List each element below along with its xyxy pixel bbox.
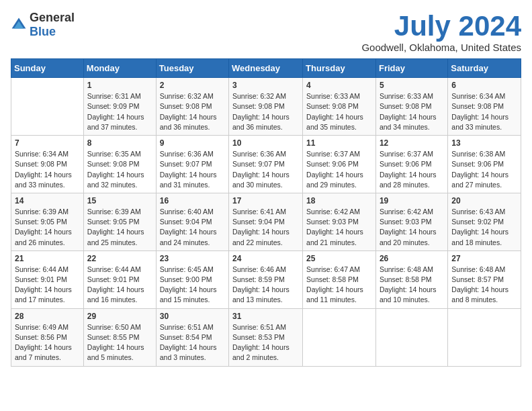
calendar-cell: 7Sunrise: 6:34 AMSunset: 9:08 PMDaylight… <box>11 136 84 193</box>
cell-info: Sunrise: 6:51 AMSunset: 8:54 PMDaylight:… <box>160 322 225 363</box>
cell-info: Sunrise: 6:49 AMSunset: 8:56 PMDaylight:… <box>15 322 80 363</box>
cell-info: Sunrise: 6:37 AMSunset: 9:06 PMDaylight:… <box>306 149 372 190</box>
logo-general: General <box>30 11 75 24</box>
cell-info: Sunrise: 6:41 AMSunset: 9:04 PMDaylight:… <box>232 207 299 248</box>
day-number: 23 <box>160 254 225 263</box>
day-number: 22 <box>87 254 152 263</box>
week-row-4: 21Sunrise: 6:44 AMSunset: 9:01 PMDayligh… <box>11 250 521 308</box>
cell-info: Sunrise: 6:37 AMSunset: 9:06 PMDaylight:… <box>380 149 444 190</box>
cell-info: Sunrise: 6:51 AMSunset: 8:53 PMDaylight:… <box>232 322 299 363</box>
day-number: 30 <box>160 312 225 321</box>
month-title: July 2024 <box>361 11 521 42</box>
day-number: 28 <box>15 312 80 321</box>
calendar-cell: 10Sunrise: 6:36 AMSunset: 9:07 PMDayligh… <box>229 136 303 193</box>
calendar-cell: 4Sunrise: 6:33 AMSunset: 9:08 PMDaylight… <box>303 78 376 136</box>
calendar-cell: 31Sunrise: 6:51 AMSunset: 8:53 PMDayligh… <box>229 308 303 366</box>
week-row-1: 1Sunrise: 6:31 AMSunset: 9:09 PMDaylight… <box>11 78 521 136</box>
cell-info: Sunrise: 6:42 AMSunset: 9:03 PMDaylight:… <box>380 207 444 248</box>
day-number: 25 <box>306 254 372 263</box>
calendar-cell: 6Sunrise: 6:34 AMSunset: 9:08 PMDaylight… <box>448 78 521 136</box>
day-number: 2 <box>160 81 225 90</box>
calendar-cell: 18Sunrise: 6:42 AMSunset: 9:03 PMDayligh… <box>303 193 376 250</box>
day-number: 8 <box>87 138 152 148</box>
day-number: 18 <box>306 196 372 205</box>
calendar-cell: 23Sunrise: 6:45 AMSunset: 9:00 PMDayligh… <box>156 250 228 308</box>
calendar-cell: 20Sunrise: 6:43 AMSunset: 9:02 PMDayligh… <box>448 193 521 250</box>
calendar-cell: 8Sunrise: 6:35 AMSunset: 9:08 PMDaylight… <box>83 136 156 193</box>
calendar-cell: 30Sunrise: 6:51 AMSunset: 8:54 PMDayligh… <box>156 308 228 366</box>
day-number: 12 <box>380 138 444 148</box>
cell-info: Sunrise: 6:43 AMSunset: 9:02 PMDaylight:… <box>451 207 517 248</box>
day-number: 3 <box>232 81 299 90</box>
calendar-cell: 3Sunrise: 6:32 AMSunset: 9:08 PMDaylight… <box>229 78 303 136</box>
day-number: 11 <box>306 138 372 148</box>
day-number: 9 <box>160 138 225 148</box>
day-number: 31 <box>232 312 299 321</box>
logo-icon <box>11 17 27 33</box>
calendar-cell: 9Sunrise: 6:36 AMSunset: 9:07 PMDaylight… <box>156 136 228 193</box>
calendar-cell <box>303 308 376 366</box>
calendar-cell: 27Sunrise: 6:48 AMSunset: 8:57 PMDayligh… <box>448 250 521 308</box>
day-number: 13 <box>451 138 517 148</box>
calendar-cell: 22Sunrise: 6:44 AMSunset: 9:01 PMDayligh… <box>83 250 156 308</box>
cell-info: Sunrise: 6:32 AMSunset: 9:08 PMDaylight:… <box>232 91 299 132</box>
calendar-cell: 25Sunrise: 6:47 AMSunset: 8:58 PMDayligh… <box>303 250 376 308</box>
day-number: 17 <box>232 196 299 205</box>
day-number: 5 <box>380 81 444 90</box>
day-number: 16 <box>160 196 225 205</box>
day-number: 19 <box>380 196 444 205</box>
week-row-3: 14Sunrise: 6:39 AMSunset: 9:05 PMDayligh… <box>11 193 521 250</box>
week-row-5: 28Sunrise: 6:49 AMSunset: 8:56 PMDayligh… <box>11 308 521 366</box>
cell-info: Sunrise: 6:36 AMSunset: 9:07 PMDaylight:… <box>232 149 299 190</box>
calendar-cell: 17Sunrise: 6:41 AMSunset: 9:04 PMDayligh… <box>229 193 303 250</box>
title-section: July 2024 Goodwell, Oklahoma, United Sta… <box>361 11 521 53</box>
day-number: 10 <box>232 138 299 148</box>
cell-info: Sunrise: 6:48 AMSunset: 8:58 PMDaylight:… <box>380 265 444 306</box>
calendar-cell: 24Sunrise: 6:46 AMSunset: 8:59 PMDayligh… <box>229 250 303 308</box>
cell-info: Sunrise: 6:47 AMSunset: 8:58 PMDaylight:… <box>306 265 372 306</box>
day-number: 27 <box>451 254 517 263</box>
day-number: 6 <box>451 81 517 90</box>
calendar-cell <box>11 78 84 136</box>
cell-info: Sunrise: 6:34 AMSunset: 9:08 PMDaylight:… <box>451 91 517 132</box>
cell-info: Sunrise: 6:44 AMSunset: 9:01 PMDaylight:… <box>15 265 80 306</box>
cell-info: Sunrise: 6:39 AMSunset: 9:05 PMDaylight:… <box>87 207 152 248</box>
weekday-header-thursday: Thursday <box>303 59 376 78</box>
day-number: 7 <box>15 138 80 148</box>
calendar-cell: 29Sunrise: 6:50 AMSunset: 8:55 PMDayligh… <box>83 308 156 366</box>
calendar-cell <box>448 308 521 366</box>
weekday-header-saturday: Saturday <box>448 59 521 78</box>
calendar-cell: 19Sunrise: 6:42 AMSunset: 9:03 PMDayligh… <box>375 193 447 250</box>
page-header: General Blue July 2024 Goodwell, Oklahom… <box>11 11 521 53</box>
day-number: 14 <box>15 196 80 205</box>
weekday-header-tuesday: Tuesday <box>156 59 228 78</box>
weekday-header-monday: Monday <box>83 59 156 78</box>
cell-info: Sunrise: 6:44 AMSunset: 9:01 PMDaylight:… <box>87 265 152 306</box>
cell-info: Sunrise: 6:33 AMSunset: 9:08 PMDaylight:… <box>306 91 372 132</box>
calendar-cell: 2Sunrise: 6:32 AMSunset: 9:08 PMDaylight… <box>156 78 228 136</box>
calendar-cell: 1Sunrise: 6:31 AMSunset: 9:09 PMDaylight… <box>83 78 156 136</box>
calendar-cell: 11Sunrise: 6:37 AMSunset: 9:06 PMDayligh… <box>303 136 376 193</box>
calendar-cell: 21Sunrise: 6:44 AMSunset: 9:01 PMDayligh… <box>11 250 84 308</box>
cell-info: Sunrise: 6:32 AMSunset: 9:08 PMDaylight:… <box>160 91 225 132</box>
weekday-header-sunday: Sunday <box>11 59 84 78</box>
logo-text: General Blue <box>30 11 75 39</box>
cell-info: Sunrise: 6:34 AMSunset: 9:08 PMDaylight:… <box>15 149 80 190</box>
calendar-cell: 5Sunrise: 6:33 AMSunset: 9:08 PMDaylight… <box>375 78 447 136</box>
calendar-cell: 16Sunrise: 6:40 AMSunset: 9:04 PMDayligh… <box>156 193 228 250</box>
day-number: 29 <box>87 312 152 321</box>
day-number: 21 <box>15 254 80 263</box>
day-number: 15 <box>87 196 152 205</box>
weekday-header-row: SundayMondayTuesdayWednesdayThursdayFrid… <box>11 59 521 78</box>
week-row-2: 7Sunrise: 6:34 AMSunset: 9:08 PMDaylight… <box>11 136 521 193</box>
cell-info: Sunrise: 6:48 AMSunset: 8:57 PMDaylight:… <box>451 265 517 306</box>
day-number: 20 <box>451 196 517 205</box>
cell-info: Sunrise: 6:42 AMSunset: 9:03 PMDaylight:… <box>306 207 372 248</box>
day-number: 26 <box>380 254 444 263</box>
calendar-cell: 13Sunrise: 6:38 AMSunset: 9:06 PMDayligh… <box>448 136 521 193</box>
cell-info: Sunrise: 6:39 AMSunset: 9:05 PMDaylight:… <box>15 207 80 248</box>
calendar-cell: 14Sunrise: 6:39 AMSunset: 9:05 PMDayligh… <box>11 193 84 250</box>
logo-blue: Blue <box>30 25 56 38</box>
weekday-header-friday: Friday <box>375 59 447 78</box>
day-number: 24 <box>232 254 299 263</box>
